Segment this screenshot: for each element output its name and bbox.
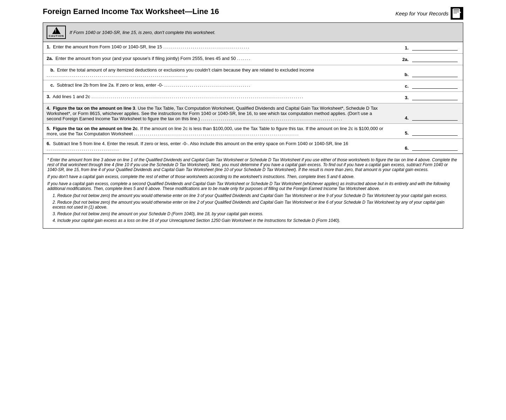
caution-text: If Form 1040 or 1040-SR, line 15, is zer… — [69, 30, 216, 35]
page-container: Foreign Earned Income Tax Worksheet—Line… — [43, 7, 463, 229]
line-2b-content: b. Enter the total amount of any itemize… — [47, 67, 389, 78]
svg-rect-4 — [453, 13, 457, 13]
line-3-number-area: 3. — [389, 94, 410, 101]
line-5-bold-text: Figure the tax on the amount on line 2c — [53, 126, 138, 131]
line-3-ref: 3. — [405, 95, 409, 100]
line-3-input[interactable] — [410, 94, 459, 101]
line-6-input[interactable] — [410, 141, 459, 151]
line-2a-ref: 2a. — [402, 57, 409, 62]
line-4-bold-text: Figure the tax on the amount on line 3 — [53, 106, 135, 111]
line-2c-dots: ........................................… — [164, 82, 251, 88]
line-3-dots: ........................................… — [91, 94, 304, 99]
numbered-note-4: 4. Include your capital gain excess as a… — [53, 218, 459, 223]
line-6-number: 6. — [47, 141, 50, 146]
line-6-underline — [412, 144, 458, 151]
line-1-dots: ........................................… — [163, 44, 250, 49]
line-2c-ref: c. — [405, 83, 409, 89]
line-2c-number-area: c. — [389, 82, 410, 89]
line-row-6: 6. Subtract line 5 from line 4. Enter th… — [43, 139, 463, 154]
line-2b-input[interactable] — [410, 67, 459, 78]
line-5-number: 5. — [47, 126, 50, 131]
line-3-content: 3. Add lines 1 and 2c ..................… — [47, 94, 389, 101]
line-1-input[interactable] — [410, 44, 459, 51]
line-6-number-area: 6. — [389, 141, 410, 151]
line-2c-input[interactable] — [410, 82, 459, 89]
numbered-note-1: 1. Reduce (but not below zero) the amoun… — [53, 193, 459, 198]
line-2a-content: 2a. Enter the amount from your (and your… — [47, 56, 389, 63]
line-5-number-area: 5. — [389, 126, 410, 136]
main-title: Foreign Earned Income Tax Worksheet—Line… — [43, 7, 219, 16]
line-6-content: 6. Subtract line 5 from line 4. Enter th… — [47, 141, 389, 151]
caution-triangle-icon — [52, 27, 61, 34]
caution-box: CAUTION — [47, 26, 66, 39]
line-4-dots: ........................................… — [201, 116, 343, 121]
line-5-ref: 5. — [405, 130, 409, 136]
numbered-note-2: 2. Reduce (but not below zero) the amoun… — [53, 200, 459, 210]
footnote-para1: If you don't have a capital gain excess,… — [47, 174, 459, 179]
line-2b-dots: ........................................… — [47, 73, 188, 78]
footnote-para2: If you have a capital gain excess, compl… — [47, 181, 459, 191]
svg-rect-1 — [453, 9, 459, 10]
line-5-underline — [412, 129, 458, 136]
line-row-2a: 2a. Enter the amount from your (and your… — [43, 54, 463, 65]
numbered-note-3: 3. Reduce (but not below zero) the amoun… — [53, 211, 459, 216]
line-4-underline — [412, 114, 458, 121]
line-5-input[interactable] — [410, 126, 459, 136]
line-2c-content: c. Subtract line 2b from line 2a. If zer… — [47, 82, 389, 89]
svg-rect-2 — [453, 11, 459, 11]
line-2a-number-area: 2a. — [389, 56, 410, 63]
svg-rect-3 — [453, 12, 459, 12]
line-4-number: 4. — [47, 106, 50, 111]
keep-records-text: Keep for Your Records — [396, 11, 449, 16]
worksheet-container: CAUTION If Form 1040 or 1040-SR, line 15… — [43, 22, 463, 229]
footnotes: * Enter the amount from line 3 above on … — [43, 154, 463, 228]
line-4-input[interactable] — [410, 106, 459, 121]
line-1-ref: 1. — [405, 45, 409, 50]
line-6-dots: ..................................... — [47, 146, 119, 151]
line-3-number: 3. — [47, 94, 50, 99]
line-2b-number-area: b. — [389, 67, 410, 78]
line-6-ref: 6. — [405, 145, 409, 151]
line-row-5: 5. Figure the tax on the amount on line … — [43, 124, 463, 139]
line-5-dots: ........................................… — [134, 131, 299, 136]
line-2b-number: b. — [47, 67, 54, 73]
line-5-content: 5. Figure the tax on the amount on line … — [47, 126, 389, 136]
line-1-number-area: 1. — [389, 44, 410, 51]
footnote-star: * Enter the amount from line 3 above on … — [47, 157, 459, 172]
line-2a-number: 2a. — [47, 56, 53, 61]
line-4-content: 4. Figure the tax on the amount on line … — [47, 106, 389, 121]
line-2c-underline — [412, 82, 458, 89]
numbered-notes: 1. Reduce (but not below zero) the amoun… — [47, 193, 459, 223]
header-row: Foreign Earned Income Tax Worksheet—Line… — [43, 7, 463, 20]
line-1-number: 1. — [47, 44, 50, 49]
keep-records: Keep for Your Records — [396, 7, 463, 20]
line-row-1: 1. Enter the amount from Form 1040 or 10… — [43, 42, 463, 54]
line-row-2b: b. Enter the total amount of any itemize… — [43, 65, 463, 80]
caution-label: CAUTION — [49, 34, 64, 38]
line-1-content: 1. Enter the amount from Form 1040 or 10… — [47, 44, 389, 51]
line-3-underline — [412, 94, 458, 100]
caution-row: CAUTION If Form 1040 or 1040-SR, line 15… — [43, 23, 463, 42]
line-4-ref: 4. — [405, 115, 409, 121]
notebook-svg — [452, 8, 462, 18]
line-2a-input[interactable] — [410, 56, 459, 63]
line-row-2c: c. Subtract line 2b from line 2a. If zer… — [43, 80, 463, 92]
line-row-3: 3. Add lines 1 and 2c ..................… — [43, 92, 463, 103]
line-2a-underline — [412, 56, 458, 62]
line-row-4: 4. Figure the tax on the amount on line … — [43, 103, 463, 124]
line-2c-number: c. — [47, 82, 54, 88]
line-2b-ref: b. — [404, 72, 409, 77]
line-1-underline — [412, 44, 458, 50]
line-2b-underline — [412, 71, 458, 77]
notebook-icon — [451, 7, 463, 20]
line-4-number-area: 4. — [389, 106, 410, 121]
line-2a-dots: ....... — [237, 56, 251, 61]
